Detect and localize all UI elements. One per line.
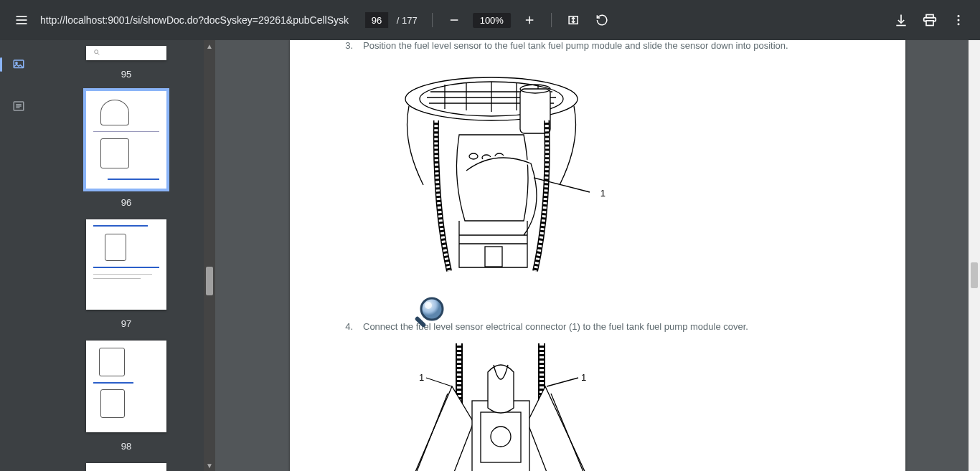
thumbnail-label: 97 — [121, 318, 131, 329]
zoom-out-button[interactable] — [441, 7, 467, 33]
thumbnail-page-current[interactable] — [86, 91, 166, 189]
toolbar-right — [888, 7, 971, 33]
svg-line-50 — [547, 378, 578, 386]
figure-callout-label: 1 — [419, 371, 424, 385]
svg-point-42 — [425, 302, 432, 309]
thumbnail-label: 95 — [121, 69, 131, 80]
list-item: 3. Position the fuel level sensor to the… — [319, 40, 877, 53]
list-item: 4. Connect the fuel level sensor electri… — [319, 320, 877, 334]
svg-point-15 — [16, 62, 17, 64]
more-options-button[interactable] — [946, 7, 971, 33]
figure-callout-label: 1 — [600, 186, 606, 201]
document-page: 3. Position the fuel level sensor to the… — [290, 40, 905, 471]
thumbnail-page[interactable] — [86, 463, 166, 471]
thumbnail-page[interactable] — [86, 219, 166, 310]
pdf-toolbar: http://localhost:9001/si/showDoc.do?docS… — [0, 0, 980, 40]
svg-point-12 — [958, 19, 960, 22]
thumbnail-page[interactable] — [86, 46, 166, 60]
svg-point-11 — [958, 15, 960, 17]
rotate-button[interactable] — [589, 7, 615, 33]
divider — [551, 13, 552, 27]
thumbnail-scroll-handle[interactable] — [206, 267, 213, 295]
svg-point-20 — [95, 50, 98, 54]
thumbnail-panel: 95 96 97 — [37, 40, 215, 471]
toolbar-center: / 177 100% — [365, 7, 615, 33]
page-total: / 177 — [394, 15, 418, 26]
viewer-scroll-handle[interactable] — [971, 262, 978, 288]
thumbnail-label: 98 — [121, 441, 131, 452]
print-button[interactable] — [917, 7, 943, 33]
left-rail — [0, 40, 37, 471]
figure-callout-label: 1 — [581, 371, 586, 385]
figure-connector: 1 1 — [380, 343, 610, 471]
viewer-scrollbar[interactable] — [969, 40, 980, 471]
svg-line-21 — [98, 53, 99, 54]
scroll-down-arrow[interactable]: ▼ — [204, 460, 215, 471]
document-viewer[interactable]: 3. Position the fuel level sensor to the… — [215, 40, 980, 471]
fit-page-button[interactable] — [560, 7, 586, 33]
svg-rect-10 — [926, 21, 933, 26]
thumbnail-scrollbar[interactable]: ▲ ▼ — [204, 40, 215, 471]
svg-point-41 — [421, 298, 443, 320]
figure-fuel-pump-module: 1 — [380, 63, 603, 278]
menu-icon[interactable] — [9, 7, 34, 33]
zoom-in-button[interactable] — [517, 7, 542, 33]
step-text: Position the fuel level sensor to the fu… — [363, 40, 877, 53]
step-number: 4. — [319, 320, 353, 334]
svg-point-13 — [958, 23, 960, 25]
download-button[interactable] — [888, 7, 914, 33]
svg-line-49 — [426, 378, 452, 386]
divider — [432, 13, 433, 27]
outline-view-button[interactable] — [6, 93, 32, 119]
thumbnail-page[interactable] — [86, 341, 166, 432]
scroll-up-arrow[interactable]: ▲ — [204, 40, 215, 52]
document-title: http://localhost:9001/si/showDoc.do?docS… — [40, 14, 349, 26]
main-area: 95 96 97 — [0, 40, 980, 471]
page-number-input[interactable] — [365, 12, 388, 28]
step-text: Connect the fuel level sensor electrical… — [363, 320, 877, 334]
thumbnail-label: 96 — [121, 197, 131, 208]
thumbnails-view-button[interactable] — [6, 52, 32, 77]
svg-rect-39 — [485, 247, 502, 267]
zoom-level[interactable]: 100% — [473, 13, 511, 28]
step-number: 3. — [319, 40, 353, 53]
